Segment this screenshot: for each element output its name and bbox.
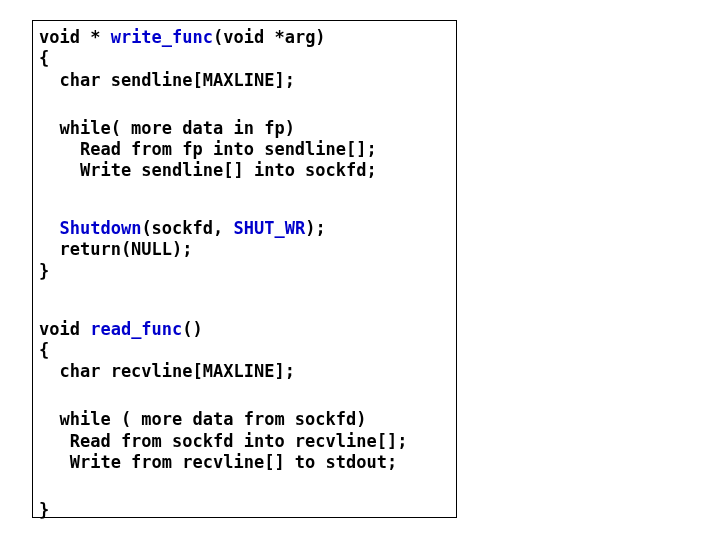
code-line: { xyxy=(39,48,49,68)
code-line: while ( more data from sockfd) xyxy=(39,409,367,429)
code-line: while( more data in fp) xyxy=(39,118,295,138)
code-line: Write sendline[] into sockfd; xyxy=(39,160,377,180)
constant: SHUT_WR xyxy=(234,218,306,238)
code-line: char recvline[MAXLINE]; xyxy=(39,361,295,381)
func-name: read_func xyxy=(90,319,182,339)
code-line xyxy=(39,218,59,238)
code-line: Write from recvline[] to stdout; xyxy=(39,452,397,472)
code-snippet-box: void * write_func(void *arg) { char send… xyxy=(32,20,457,518)
code-line: (sockfd, xyxy=(141,218,233,238)
code-line: () xyxy=(182,319,202,339)
code-line: (void *arg) xyxy=(213,27,326,47)
api-call: Shutdown xyxy=(59,218,141,238)
code-line: } xyxy=(39,500,49,520)
code-line: Read from sockfd into recvline[]; xyxy=(39,431,407,451)
code-content: void * write_func(void *arg) { char send… xyxy=(39,27,450,522)
code-line: Read from fp into sendline[]; xyxy=(39,139,377,159)
code-line: void * xyxy=(39,27,111,47)
code-line: } xyxy=(39,261,49,281)
code-line: { xyxy=(39,340,49,360)
code-line: char sendline[MAXLINE]; xyxy=(39,70,295,90)
code-line: ); xyxy=(305,218,325,238)
code-line: void xyxy=(39,319,90,339)
code-line: return(NULL); xyxy=(39,239,193,259)
func-name: write_func xyxy=(111,27,213,47)
